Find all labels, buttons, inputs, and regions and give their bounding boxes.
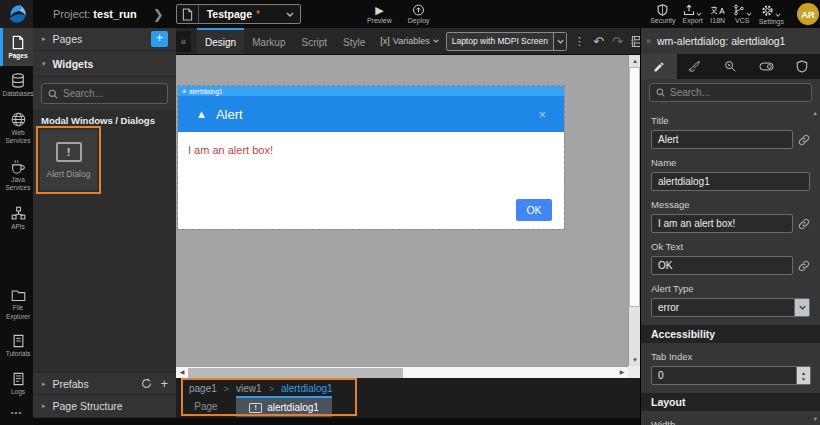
bind-link-icon[interactable] [798,260,810,272]
export-label: Export [682,17,702,24]
vcs-button[interactable]: VCS [733,4,752,24]
collapse-right-panel-button[interactable]: » [646,36,651,46]
scroll-down-icon[interactable]: ▼ [629,354,640,366]
sidebar-item-pages[interactable]: Pages [0,28,33,66]
breadcrumb-view1[interactable]: view1 [236,383,262,394]
panel-scroll-down-icon[interactable]: ▼ [813,416,818,422]
title-field[interactable] [651,130,793,149]
scroll-right-icon[interactable]: ▶ [616,367,628,378]
scroll-left-icon[interactable]: ◀ [176,367,188,378]
preview-button[interactable]: ▶ Preview [367,5,392,24]
more-options-icon[interactable]: ⋮ [574,35,585,48]
refresh-icon[interactable] [141,378,152,389]
tab-styles[interactable] [677,54,713,79]
widget-search-input[interactable] [63,88,161,99]
tab-properties[interactable] [641,54,677,79]
export-icon [683,4,695,16]
canvas-horizontal-scrollbar[interactable]: ◀ ▶ [176,366,628,378]
page-selector[interactable]: Testpage * [176,4,301,24]
nav-sidebar: Pages Databases Web Services [0,28,33,425]
toggle-icon [759,61,774,72]
alert-dialog-widget[interactable]: + alertdialog1 ▲ Alert × I am an alert b… [178,86,564,229]
alert-type-select[interactable]: error [651,298,810,317]
branch-icon [733,4,745,16]
message-field[interactable] [651,214,793,233]
page-structure-section-header[interactable]: ▸ Page Structure [33,395,176,418]
tab-page[interactable]: Page [176,396,236,417]
tab-index-field[interactable] [652,367,796,384]
ok-text-field[interactable] [651,256,793,275]
breadcrumb-page1[interactable]: page1 [189,383,217,394]
settings-button[interactable]: Settings [759,4,784,25]
user-avatar[interactable]: AR [797,3,819,25]
widget-search-box[interactable] [41,83,168,104]
sidebar-item-web-services[interactable]: Web Services [0,105,33,152]
sidebar-item-label: Logs [11,388,25,396]
sidebar-more-icon[interactable]: ••• [0,402,33,425]
ok-button[interactable]: OK [516,199,552,221]
breadcrumb-alertdialog1[interactable]: alertdialog1 [281,383,333,394]
add-prefab-button[interactable]: + [160,376,168,391]
scroll-up-icon[interactable]: ▲ [629,55,640,67]
undo-button[interactable]: ↶ [593,35,604,48]
pages-icon [11,35,25,50]
tab-markup[interactable]: Markup [244,28,293,55]
alert-dialog-title: Alert [216,107,243,122]
sidebar-item-apis[interactable]: APIs [0,199,33,237]
sidebar-item-label: APIs [11,223,25,231]
widget-selection-tag[interactable]: + alertdialog1 [178,86,564,96]
properties-search-input[interactable] [670,87,805,98]
export-button[interactable]: Export [682,4,702,24]
folder-icon [11,289,26,302]
spinner-arrows-icon[interactable]: ▲▼ [796,367,810,384]
tab-script[interactable]: Script [294,28,336,55]
canvas-vertical-scrollbar[interactable]: ▲ ▼ [628,55,640,366]
tab-security[interactable] [784,54,820,79]
pages-section-header[interactable]: ▸ Pages + [33,28,176,51]
tab-search-advanced[interactable] [713,54,749,79]
chevron-down-icon [794,299,809,316]
horizontal-scroll-thumb[interactable] [188,368,403,378]
variables-button[interactable]: [x] Variables [380,36,438,46]
add-page-button[interactable]: + [151,31,168,47]
alert-dialog-body: I am an alert box! OK [178,132,564,229]
sidebar-item-java-services[interactable]: Java Services [0,152,33,199]
alert-dialog-widget-tile[interactable]: ! Alert Dialog [40,130,97,190]
logs-icon [12,372,25,386]
tab-design[interactable]: Design [197,28,244,55]
shield-outline-icon [796,60,808,73]
redo-button[interactable]: ↷ [612,35,623,48]
sidebar-item-logs[interactable]: Logs [0,365,33,402]
widgets-section-header[interactable]: ▾ Widgets [33,51,176,77]
prefabs-section-header[interactable]: ▸ Prefabs + [33,372,176,395]
bind-link-icon[interactable] [798,218,810,230]
security-button[interactable]: Security [650,4,675,24]
panel-scroll-up-icon[interactable]: ▲ [813,110,818,116]
tab-style[interactable]: Style [335,28,373,55]
properties-panel-title: wm-alertdialog: alertdialog1 [657,35,785,47]
app-logo[interactable] [0,0,33,28]
widget-search-wrap [33,77,176,110]
device-selector[interactable]: Laptop with MDPI Screen [446,32,567,51]
name-field[interactable] [651,172,810,191]
widgets-section-label: Widgets [53,58,94,70]
collapse-left-panel-button[interactable]: « [176,31,191,52]
close-icon[interactable]: × [538,107,546,122]
properties-panel-header: » wm-alertdialog: alertdialog1 [641,28,820,54]
alert-dialog-message: I am an alert box! [188,144,273,156]
expand-right-panel-button[interactable]: » [627,31,639,52]
properties-panel: » wm-alertdialog: alertdialog1 [640,28,820,425]
sidebar-item-file-explorer[interactable]: File Explorer [0,282,33,327]
design-canvas[interactable]: + alertdialog1 ▲ Alert × I am an alert b… [176,55,640,378]
tab-toggle-options[interactable] [748,54,784,79]
i18n-button[interactable]: I18N [710,4,726,24]
properties-search-box[interactable] [649,83,812,102]
database-icon [11,73,25,88]
sidebar-item-label: Java Services [3,176,33,193]
bind-link-icon[interactable] [798,134,810,146]
tab-alertdialog1[interactable]: ! alertdialog1 [236,396,332,417]
vertical-scroll-thumb[interactable] [629,67,640,307]
deploy-button[interactable]: Deploy [408,4,430,24]
sidebar-item-databases[interactable]: Databases [0,66,33,104]
sidebar-item-tutorials[interactable]: Tutorials [0,327,33,364]
